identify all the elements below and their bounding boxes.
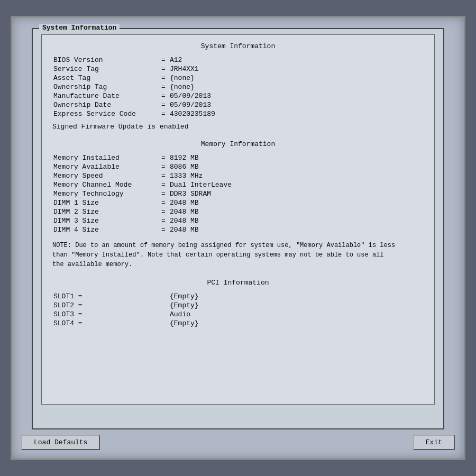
field-eq: = [158, 216, 169, 225]
memory-fields-table: Memory Installed = 8192 MB Memory Availa… [52, 153, 424, 234]
field-value: 8086 MB [169, 162, 424, 171]
field-eq: = [158, 74, 169, 83]
table-row: Memory Technology = DDR3 SDRAM [52, 189, 424, 198]
field-eq: = [158, 207, 169, 216]
field-label: Memory Technology [52, 189, 158, 198]
table-row: Memory Speed = 1333 MHz [52, 171, 424, 180]
field-label: Service Tag [52, 65, 158, 74]
field-value: 2048 MB [169, 207, 424, 216]
system-info-title: System Information [52, 42, 424, 50]
outer-panel-title: System Information [39, 24, 120, 32]
bottom-bar: Load Defaults Exit [11, 432, 465, 453]
memory-info-title: Memory Information [52, 140, 424, 148]
field-label: Ownership Date [52, 100, 158, 109]
screen-background: System Information System Information BI… [11, 16, 465, 460]
field-value: {Empty} [169, 319, 424, 328]
field-eq: = [158, 109, 169, 118]
field-eq: = [158, 65, 169, 74]
field-value: {none} [169, 74, 424, 83]
field-value: 05/09/2013 [169, 91, 424, 100]
pci-fields-table: SLOT1 = {Empty} SLOT2 = {Empty} SLOT3 = … [52, 292, 424, 328]
field-value: 43020235189 [169, 109, 424, 118]
table-row: SLOT4 = {Empty} [52, 319, 424, 328]
field-label: Ownership Tag [52, 83, 158, 91]
field-value: 1333 MHz [169, 171, 424, 180]
field-label: DIMM 4 Size [52, 225, 158, 234]
field-eq [158, 319, 169, 328]
table-row: DIMM 2 Size = 2048 MB [52, 207, 424, 216]
field-value: {Empty} [169, 292, 424, 301]
field-value: Dual InterLeave [169, 180, 424, 189]
field-value: 05/09/2013 [169, 100, 424, 109]
field-value: 2048 MB [169, 198, 424, 207]
field-eq [158, 301, 169, 310]
field-value: {none} [169, 83, 424, 91]
field-label: Memory Installed [52, 153, 158, 162]
field-label: SLOT4 = [52, 319, 158, 328]
table-row: Asset Tag = {none} [52, 74, 424, 83]
field-eq: = [158, 83, 169, 91]
memory-note-text: NOTE: Due to an amount of memory being a… [52, 241, 396, 269]
table-row: Manufacture Date = 05/09/2013 [52, 91, 424, 100]
table-row: DIMM 1 Size = 2048 MB [52, 198, 424, 207]
exit-button[interactable]: Exit [413, 435, 455, 450]
field-value: A12 [169, 56, 424, 65]
field-label: SLOT3 = [52, 310, 158, 319]
field-eq: = [158, 56, 169, 65]
field-value: JRH4XX1 [169, 65, 424, 74]
system-info-inner-panel: System Information BIOS Version = A12 Se… [41, 34, 435, 405]
table-row: SLOT2 = {Empty} [52, 301, 424, 310]
table-row: SLOT1 = {Empty} [52, 292, 424, 301]
table-row: Ownership Tag = {none} [52, 83, 424, 91]
field-eq [158, 292, 169, 301]
field-value: Audio [169, 310, 424, 319]
field-eq: = [158, 189, 169, 198]
table-row: Service Tag = JRH4XX1 [52, 65, 424, 74]
field-label: BIOS Version [52, 56, 158, 65]
table-row: Memory Available = 8086 MB [52, 162, 424, 171]
field-eq: = [158, 91, 169, 100]
field-label: Express Service Code [52, 109, 158, 118]
field-label: Manufacture Date [52, 91, 158, 100]
field-eq: = [158, 180, 169, 189]
field-label: SLOT2 = [52, 301, 158, 310]
field-label: DIMM 2 Size [52, 207, 158, 216]
field-eq [158, 310, 169, 319]
field-value: 2048 MB [169, 225, 424, 234]
table-row: DIMM 4 Size = 2048 MB [52, 225, 424, 234]
system-info-panel: System Information System Information BI… [32, 28, 444, 429]
field-eq: = [158, 171, 169, 180]
field-value: 8192 MB [169, 153, 424, 162]
table-row: Memory Installed = 8192 MB [52, 153, 424, 162]
field-label: Memory Channel Mode [52, 180, 158, 189]
field-value: 2048 MB [169, 216, 424, 225]
field-label: DIMM 3 Size [52, 216, 158, 225]
table-row: BIOS Version = A12 [52, 56, 424, 65]
field-value: {Empty} [169, 301, 424, 310]
pci-info-title: PCI Information [52, 279, 424, 287]
table-row: DIMM 3 Size = 2048 MB [52, 216, 424, 225]
field-eq: = [158, 198, 169, 207]
load-defaults-button[interactable]: Load Defaults [21, 435, 100, 450]
table-row: SLOT3 = Audio [52, 310, 424, 319]
field-eq: = [158, 153, 169, 162]
signed-firmware-text: Signed Firmware Update is enabled [52, 123, 424, 131]
field-eq: = [158, 100, 169, 109]
field-eq: = [158, 225, 169, 234]
field-label: Asset Tag [52, 74, 158, 83]
table-row: Ownership Date = 05/09/2013 [52, 100, 424, 109]
table-row: Memory Channel Mode = Dual InterLeave [52, 180, 424, 189]
field-label: Memory Speed [52, 171, 158, 180]
field-eq: = [158, 162, 169, 171]
system-fields-table: BIOS Version = A12 Service Tag = JRH4XX1… [52, 56, 424, 118]
field-label: Memory Available [52, 162, 158, 171]
table-row: Express Service Code = 43020235189 [52, 109, 424, 118]
field-label: DIMM 1 Size [52, 198, 158, 207]
field-label: SLOT1 = [52, 292, 158, 301]
field-value: DDR3 SDRAM [169, 189, 424, 198]
